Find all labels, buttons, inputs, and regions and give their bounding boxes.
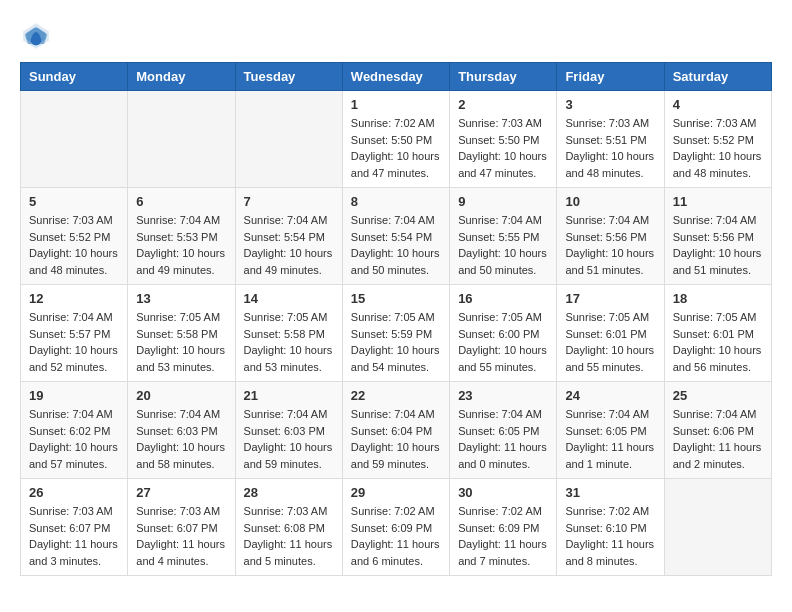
day-cell: 25Sunrise: 7:04 AM Sunset: 6:06 PM Dayli… bbox=[664, 382, 771, 479]
day-info: Sunrise: 7:03 AM Sunset: 5:51 PM Dayligh… bbox=[565, 115, 655, 181]
day-cell: 9Sunrise: 7:04 AM Sunset: 5:55 PM Daylig… bbox=[450, 188, 557, 285]
column-header-tuesday: Tuesday bbox=[235, 63, 342, 91]
day-number: 31 bbox=[565, 485, 655, 500]
day-info: Sunrise: 7:04 AM Sunset: 5:54 PM Dayligh… bbox=[244, 212, 334, 278]
column-header-wednesday: Wednesday bbox=[342, 63, 449, 91]
day-cell: 18Sunrise: 7:05 AM Sunset: 6:01 PM Dayli… bbox=[664, 285, 771, 382]
day-info: Sunrise: 7:02 AM Sunset: 6:09 PM Dayligh… bbox=[351, 503, 441, 569]
day-cell: 29Sunrise: 7:02 AM Sunset: 6:09 PM Dayli… bbox=[342, 479, 449, 576]
day-info: Sunrise: 7:03 AM Sunset: 6:07 PM Dayligh… bbox=[136, 503, 226, 569]
day-number: 19 bbox=[29, 388, 119, 403]
day-cell: 8Sunrise: 7:04 AM Sunset: 5:54 PM Daylig… bbox=[342, 188, 449, 285]
day-info: Sunrise: 7:03 AM Sunset: 6:08 PM Dayligh… bbox=[244, 503, 334, 569]
day-info: Sunrise: 7:04 AM Sunset: 6:03 PM Dayligh… bbox=[244, 406, 334, 472]
day-cell: 13Sunrise: 7:05 AM Sunset: 5:58 PM Dayli… bbox=[128, 285, 235, 382]
day-number: 30 bbox=[458, 485, 548, 500]
week-row-2: 5Sunrise: 7:03 AM Sunset: 5:52 PM Daylig… bbox=[21, 188, 772, 285]
week-row-1: 1Sunrise: 7:02 AM Sunset: 5:50 PM Daylig… bbox=[21, 91, 772, 188]
day-info: Sunrise: 7:02 AM Sunset: 6:09 PM Dayligh… bbox=[458, 503, 548, 569]
day-cell: 14Sunrise: 7:05 AM Sunset: 5:58 PM Dayli… bbox=[235, 285, 342, 382]
day-cell: 24Sunrise: 7:04 AM Sunset: 6:05 PM Dayli… bbox=[557, 382, 664, 479]
day-cell: 30Sunrise: 7:02 AM Sunset: 6:09 PM Dayli… bbox=[450, 479, 557, 576]
day-info: Sunrise: 7:03 AM Sunset: 6:07 PM Dayligh… bbox=[29, 503, 119, 569]
day-info: Sunrise: 7:02 AM Sunset: 5:50 PM Dayligh… bbox=[351, 115, 441, 181]
day-cell: 20Sunrise: 7:04 AM Sunset: 6:03 PM Dayli… bbox=[128, 382, 235, 479]
logo bbox=[20, 20, 58, 52]
day-cell: 28Sunrise: 7:03 AM Sunset: 6:08 PM Dayli… bbox=[235, 479, 342, 576]
day-info: Sunrise: 7:04 AM Sunset: 6:04 PM Dayligh… bbox=[351, 406, 441, 472]
day-info: Sunrise: 7:04 AM Sunset: 5:57 PM Dayligh… bbox=[29, 309, 119, 375]
day-cell: 16Sunrise: 7:05 AM Sunset: 6:00 PM Dayli… bbox=[450, 285, 557, 382]
day-number: 15 bbox=[351, 291, 441, 306]
day-number: 20 bbox=[136, 388, 226, 403]
day-number: 6 bbox=[136, 194, 226, 209]
day-headers-row: SundayMondayTuesdayWednesdayThursdayFrid… bbox=[21, 63, 772, 91]
day-cell: 23Sunrise: 7:04 AM Sunset: 6:05 PM Dayli… bbox=[450, 382, 557, 479]
day-number: 16 bbox=[458, 291, 548, 306]
day-cell bbox=[21, 91, 128, 188]
day-number: 2 bbox=[458, 97, 548, 112]
day-number: 1 bbox=[351, 97, 441, 112]
day-info: Sunrise: 7:02 AM Sunset: 6:10 PM Dayligh… bbox=[565, 503, 655, 569]
week-row-4: 19Sunrise: 7:04 AM Sunset: 6:02 PM Dayli… bbox=[21, 382, 772, 479]
day-cell: 6Sunrise: 7:04 AM Sunset: 5:53 PM Daylig… bbox=[128, 188, 235, 285]
day-number: 5 bbox=[29, 194, 119, 209]
day-cell: 12Sunrise: 7:04 AM Sunset: 5:57 PM Dayli… bbox=[21, 285, 128, 382]
day-number: 10 bbox=[565, 194, 655, 209]
column-header-saturday: Saturday bbox=[664, 63, 771, 91]
day-number: 7 bbox=[244, 194, 334, 209]
day-info: Sunrise: 7:05 AM Sunset: 6:01 PM Dayligh… bbox=[673, 309, 763, 375]
day-cell: 11Sunrise: 7:04 AM Sunset: 5:56 PM Dayli… bbox=[664, 188, 771, 285]
day-cell: 2Sunrise: 7:03 AM Sunset: 5:50 PM Daylig… bbox=[450, 91, 557, 188]
day-cell bbox=[128, 91, 235, 188]
day-info: Sunrise: 7:04 AM Sunset: 6:06 PM Dayligh… bbox=[673, 406, 763, 472]
day-info: Sunrise: 7:05 AM Sunset: 6:01 PM Dayligh… bbox=[565, 309, 655, 375]
column-header-monday: Monday bbox=[128, 63, 235, 91]
day-cell bbox=[235, 91, 342, 188]
column-header-thursday: Thursday bbox=[450, 63, 557, 91]
day-info: Sunrise: 7:05 AM Sunset: 5:59 PM Dayligh… bbox=[351, 309, 441, 375]
column-header-sunday: Sunday bbox=[21, 63, 128, 91]
day-number: 3 bbox=[565, 97, 655, 112]
day-cell: 31Sunrise: 7:02 AM Sunset: 6:10 PM Dayli… bbox=[557, 479, 664, 576]
day-number: 8 bbox=[351, 194, 441, 209]
day-cell: 17Sunrise: 7:05 AM Sunset: 6:01 PM Dayli… bbox=[557, 285, 664, 382]
day-number: 14 bbox=[244, 291, 334, 306]
day-info: Sunrise: 7:03 AM Sunset: 5:52 PM Dayligh… bbox=[29, 212, 119, 278]
day-cell bbox=[664, 479, 771, 576]
day-number: 17 bbox=[565, 291, 655, 306]
day-number: 18 bbox=[673, 291, 763, 306]
day-number: 21 bbox=[244, 388, 334, 403]
day-number: 27 bbox=[136, 485, 226, 500]
day-number: 9 bbox=[458, 194, 548, 209]
day-info: Sunrise: 7:04 AM Sunset: 6:03 PM Dayligh… bbox=[136, 406, 226, 472]
day-cell: 22Sunrise: 7:04 AM Sunset: 6:04 PM Dayli… bbox=[342, 382, 449, 479]
day-info: Sunrise: 7:04 AM Sunset: 6:02 PM Dayligh… bbox=[29, 406, 119, 472]
day-cell: 3Sunrise: 7:03 AM Sunset: 5:51 PM Daylig… bbox=[557, 91, 664, 188]
day-number: 23 bbox=[458, 388, 548, 403]
week-row-3: 12Sunrise: 7:04 AM Sunset: 5:57 PM Dayli… bbox=[21, 285, 772, 382]
day-cell: 15Sunrise: 7:05 AM Sunset: 5:59 PM Dayli… bbox=[342, 285, 449, 382]
day-cell: 21Sunrise: 7:04 AM Sunset: 6:03 PM Dayli… bbox=[235, 382, 342, 479]
day-number: 25 bbox=[673, 388, 763, 403]
day-cell: 7Sunrise: 7:04 AM Sunset: 5:54 PM Daylig… bbox=[235, 188, 342, 285]
day-info: Sunrise: 7:05 AM Sunset: 5:58 PM Dayligh… bbox=[244, 309, 334, 375]
day-info: Sunrise: 7:04 AM Sunset: 5:56 PM Dayligh… bbox=[565, 212, 655, 278]
day-info: Sunrise: 7:04 AM Sunset: 5:56 PM Dayligh… bbox=[673, 212, 763, 278]
day-number: 22 bbox=[351, 388, 441, 403]
day-info: Sunrise: 7:05 AM Sunset: 5:58 PM Dayligh… bbox=[136, 309, 226, 375]
day-cell: 27Sunrise: 7:03 AM Sunset: 6:07 PM Dayli… bbox=[128, 479, 235, 576]
logo-icon bbox=[20, 20, 52, 52]
day-number: 12 bbox=[29, 291, 119, 306]
day-cell: 19Sunrise: 7:04 AM Sunset: 6:02 PM Dayli… bbox=[21, 382, 128, 479]
day-number: 13 bbox=[136, 291, 226, 306]
day-info: Sunrise: 7:03 AM Sunset: 5:50 PM Dayligh… bbox=[458, 115, 548, 181]
day-info: Sunrise: 7:04 AM Sunset: 6:05 PM Dayligh… bbox=[565, 406, 655, 472]
day-number: 26 bbox=[29, 485, 119, 500]
day-info: Sunrise: 7:04 AM Sunset: 5:53 PM Dayligh… bbox=[136, 212, 226, 278]
day-cell: 5Sunrise: 7:03 AM Sunset: 5:52 PM Daylig… bbox=[21, 188, 128, 285]
day-number: 11 bbox=[673, 194, 763, 209]
day-info: Sunrise: 7:04 AM Sunset: 6:05 PM Dayligh… bbox=[458, 406, 548, 472]
day-cell: 26Sunrise: 7:03 AM Sunset: 6:07 PM Dayli… bbox=[21, 479, 128, 576]
day-info: Sunrise: 7:05 AM Sunset: 6:00 PM Dayligh… bbox=[458, 309, 548, 375]
